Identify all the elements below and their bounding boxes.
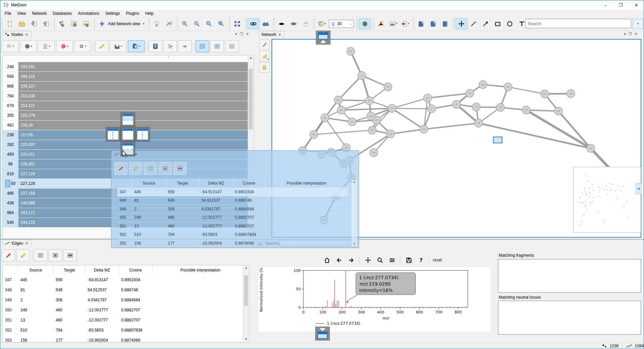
- menu-plugins[interactable]: Plugins: [123, 10, 142, 16]
- dock-float-icon[interactable]: ❐: [240, 32, 243, 36]
- rect-tool-button[interactable]: [492, 18, 504, 29]
- edges-table-cell[interactable]: -12.002777: [85, 305, 119, 315]
- scroll-down-icon[interactable]: ▼: [243, 337, 249, 341]
- edges-table-cell[interactable]: 0.88807636: [119, 325, 152, 335]
- import-network-button[interactable]: [56, 18, 68, 29]
- dock-close-icon[interactable]: ✕: [634, 32, 637, 36]
- menu-databases[interactable]: Databases: [50, 10, 75, 16]
- export-image-button[interactable]: ▾: [387, 18, 399, 29]
- spectrum-figure[interactable]: 0100200300400500600700800050100m/zNormal…: [258, 267, 491, 332]
- edges-column-header[interactable]: Target: [53, 265, 86, 275]
- add-network-view-button[interactable]: Add Network view▾: [96, 18, 147, 29]
- edges-table-cell[interactable]: -12.002777: [85, 315, 119, 325]
- remove-column-button[interactable]: ▾: [2, 40, 18, 52]
- edges-table-cell[interactable]: 460: [53, 305, 85, 315]
- fullscreen-button[interactable]: [231, 18, 243, 29]
- zoom-out-button[interactable]: [191, 18, 203, 29]
- row-header[interactable]: 482: [3, 120, 18, 130]
- zoom-in-button[interactable]: [179, 18, 191, 29]
- dock-float-icon[interactable]: ❐: [629, 32, 632, 36]
- menu-file[interactable]: File: [2, 10, 14, 16]
- preferences-tools-button[interactable]: [163, 18, 175, 29]
- edges-table-cell[interactable]: 306: [53, 295, 85, 305]
- edges-table[interactable]: SourceTargetDelta MZCosinePossible inter…: [2, 265, 249, 342]
- network-minimap[interactable]: [573, 167, 641, 233]
- search-button[interactable]: ▾: [633, 19, 643, 29]
- row-header[interactable]: 96: [3, 159, 18, 169]
- matching-fragments-box[interactable]: [498, 259, 641, 293]
- reset-button[interactable]: reset: [429, 258, 445, 262]
- highlight-yellow-button[interactable]: [16, 249, 30, 261]
- row-header[interactable]: 558: [3, 72, 18, 82]
- edges-table-cell[interactable]: 445: [18, 275, 53, 285]
- row-header[interactable]: 355: [3, 111, 18, 120]
- edges-table-cell[interactable]: -54.913147: [85, 275, 119, 285]
- edges-table-cell[interactable]: 349: [3, 295, 18, 305]
- edges-table-cell[interactable]: 0.8884584: [119, 295, 152, 305]
- import-group-mapping-button[interactable]: [80, 18, 92, 29]
- node-color-button[interactable]: ▾: [316, 18, 328, 29]
- link-views-button[interactable]: [247, 18, 259, 29]
- export-report-button[interactable]: ▾: [399, 18, 411, 29]
- view-db-results-button[interactable]: ▾: [128, 40, 145, 52]
- dock-menu-icon[interactable]: ▾: [624, 32, 626, 36]
- node-ring-column-button[interactable]: ▾: [74, 40, 91, 52]
- clusterize-button[interactable]: [163, 40, 177, 52]
- minimize-button[interactable]: –: [598, 0, 613, 10]
- edges-table-cell[interactable]: 2: [18, 295, 53, 305]
- spring-layout-button[interactable]: [375, 18, 387, 29]
- edges-table-cell[interactable]: 353: [3, 335, 18, 342]
- query-analogs-button[interactable]: [427, 18, 439, 29]
- tab-network[interactable]: Network ✕: [259, 31, 285, 38]
- minimap-view-rect[interactable]: [493, 137, 502, 143]
- row-header[interactable]: 485: [3, 189, 18, 198]
- menu-settings[interactable]: Settings: [102, 10, 123, 16]
- row-header[interactable]: 966: [3, 82, 18, 91]
- resize-columns-button[interactable]: [63, 249, 77, 261]
- edges-column-header[interactable]: Source: [18, 265, 54, 275]
- tab-edges[interactable]: Edges ✕: [2, 240, 32, 247]
- matching-neutral-losses-box[interactable]: [498, 301, 641, 335]
- zoom-button[interactable]: [375, 255, 385, 265]
- row-header[interactable]: 764: [3, 91, 18, 101]
- menu-view[interactable]: View: [14, 10, 29, 16]
- open-project-button[interactable]: [16, 18, 28, 29]
- show-neighbors-button[interactable]: [225, 40, 239, 52]
- edges-table-cell[interactable]: 81: [18, 285, 53, 295]
- row-header[interactable]: 545: [3, 218, 18, 228]
- row-mz-value[interactable]: 214,121: [18, 101, 248, 110]
- edges-tab-close-icon[interactable]: ✕: [25, 241, 28, 246]
- row-mz-value[interactable]: 213,148: [18, 91, 248, 101]
- row-mz-value[interactable]: 203,181: [18, 62, 248, 71]
- view-databases-button[interactable]: [439, 18, 451, 29]
- edges-scroll-thumb[interactable]: [244, 276, 248, 306]
- help-button[interactable]: ?: [416, 255, 426, 265]
- search-highlight-button[interactable]: [151, 18, 163, 29]
- highlight-yellow-button[interactable]: [95, 40, 108, 52]
- scroll-up-icon[interactable]: ▲: [248, 55, 254, 59]
- edges-table-cell[interactable]: 460: [53, 315, 85, 325]
- edges-table-cell[interactable]: 0.888746: [119, 285, 152, 295]
- edges-table-cell[interactable]: [152, 275, 248, 285]
- panel-collapse-handle[interactable]: ◀: [636, 183, 641, 194]
- edges-table-cell[interactable]: -15.992004: [85, 335, 119, 342]
- dock-close-icon[interactable]: ✕: [246, 32, 249, 36]
- edges-table-cell[interactable]: 784: [53, 325, 85, 335]
- menu-help[interactable]: Help: [142, 10, 157, 16]
- edges-table-cell[interactable]: [152, 325, 248, 335]
- show-all-rows-button[interactable]: [196, 40, 209, 52]
- show-selected-rows-button[interactable]: [210, 40, 224, 52]
- forward-button[interactable]: [346, 255, 356, 265]
- save-figure-button[interactable]: [404, 255, 414, 265]
- dragged-edges-panel[interactable]: Edges ✕ SourceTargetDelta MZCosinePossib…: [111, 150, 359, 248]
- node-size-combo[interactable]: 30⌄: [329, 20, 354, 28]
- query-databases-button[interactable]: [415, 18, 427, 29]
- edges-table-cell[interactable]: 348: [3, 285, 18, 295]
- network-lock-button[interactable]: [259, 62, 269, 72]
- network-ruler-button[interactable]: ▾: [259, 51, 269, 61]
- configure-subplots-button[interactable]: [387, 255, 397, 265]
- edges-table-cell[interactable]: 177: [53, 335, 85, 342]
- row-header[interactable]: 248: [3, 62, 18, 72]
- edges-table-cell[interactable]: [152, 285, 248, 295]
- nodes-tab-close-icon[interactable]: ✕: [25, 33, 28, 37]
